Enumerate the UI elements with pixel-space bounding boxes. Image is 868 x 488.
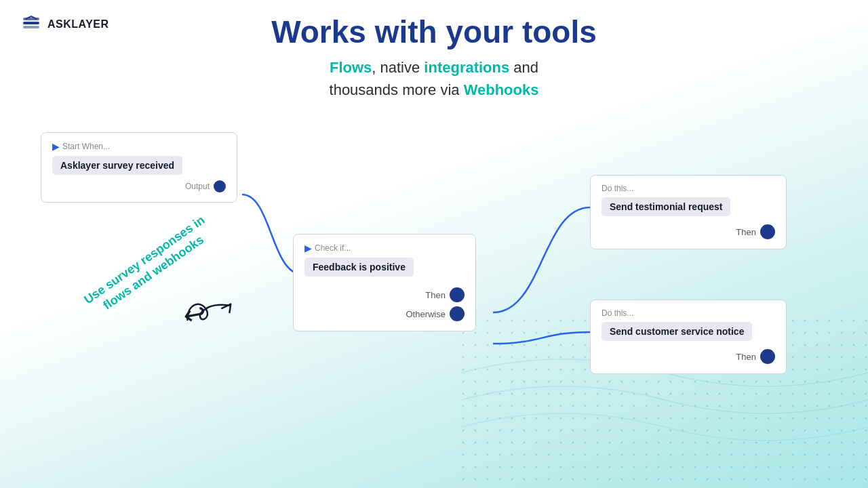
then-label: Then bbox=[425, 290, 446, 300]
do-top-label: Do this... bbox=[601, 184, 775, 193]
do-bottom-then-label: Then bbox=[736, 352, 756, 362]
output-dot bbox=[214, 180, 226, 192]
subtitle-text1: , native bbox=[372, 59, 424, 76]
check-box-label: ▶ Check if... bbox=[304, 243, 465, 253]
subtitle-flows: Flows bbox=[330, 59, 372, 76]
heading-area: Works with your tools Flows, native inte… bbox=[0, 14, 868, 101]
then-dot bbox=[450, 287, 465, 302]
then-row: Then bbox=[304, 287, 465, 302]
do-bottom-chip: Send customer service notice bbox=[601, 322, 752, 341]
main-title: Works with your tools bbox=[0, 14, 868, 51]
start-box: ▶ Start When... Asklayer survey received… bbox=[41, 132, 237, 203]
otherwise-row: Otherwise bbox=[304, 306, 465, 321]
do-top-then-dot bbox=[760, 224, 775, 239]
subtitle-integrations: integrations bbox=[424, 59, 509, 76]
check-arrow-icon: ▶ bbox=[304, 243, 312, 253]
check-box: ▶ Check if... Feedback is positive Then … bbox=[293, 234, 476, 331]
curly-arrow-icon: ↩ bbox=[180, 296, 208, 331]
subtitle-webhooks: Webhooks bbox=[464, 81, 539, 98]
do-top-box: Do this... Send testimonial request Then bbox=[590, 175, 787, 249]
start-chip: Asklayer survey received bbox=[52, 156, 182, 175]
subtitle: Flows, native integrations andthousands … bbox=[0, 56, 868, 101]
do-top-chip: Send testimonial request bbox=[601, 197, 730, 216]
do-bottom-label: Do this... bbox=[601, 308, 775, 318]
do-top-then-label: Then bbox=[736, 227, 756, 237]
do-bottom-box: Do this... Send customer service notice … bbox=[590, 300, 787, 374]
start-box-label: ▶ Start When... bbox=[52, 141, 226, 152]
check-chip: Feedback is positive bbox=[304, 258, 414, 277]
diagonal-text: Use survey responses in flows and webhoo… bbox=[79, 211, 219, 323]
otherwise-label: Otherwise bbox=[406, 309, 446, 319]
do-bottom-then-dot bbox=[760, 349, 775, 364]
start-arrow-icon: ▶ bbox=[52, 141, 60, 152]
output-label: Output bbox=[52, 180, 226, 192]
otherwise-dot bbox=[450, 306, 465, 321]
do-top-then-row: Then bbox=[601, 224, 775, 239]
do-bottom-then-row: Then bbox=[601, 349, 775, 364]
